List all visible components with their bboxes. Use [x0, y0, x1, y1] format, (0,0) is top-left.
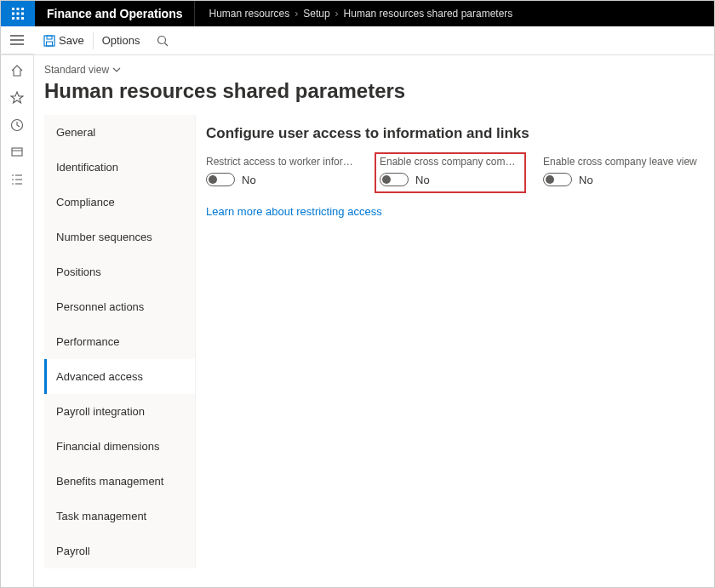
pane-heading: Configure user access to information and…	[206, 125, 698, 142]
field-cross-company-comp: Enable cross company compensa... No	[375, 152, 526, 193]
svg-rect-12	[44, 36, 54, 46]
svg-rect-7	[17, 17, 20, 20]
svg-rect-18	[12, 148, 22, 156]
svg-rect-8	[21, 17, 24, 20]
save-icon	[43, 35, 55, 47]
side-nav: General Identification Compliance Number…	[44, 115, 196, 568]
top-bar: Finance and Operations Human resources ›…	[1, 1, 714, 26]
save-label: Save	[59, 34, 84, 47]
options-label: Options	[102, 34, 140, 47]
field-label: Restrict access to worker informa...	[206, 156, 361, 168]
sidenav-item-benefits-management[interactable]: Benefits management	[44, 464, 195, 499]
learn-more-link[interactable]: Learn more about restricting access	[206, 205, 382, 218]
sidenav-item-advanced-access[interactable]: Advanced access	[44, 359, 195, 394]
breadcrumb-item[interactable]: Setup	[303, 8, 329, 20]
chevron-right-icon: ›	[335, 8, 339, 20]
breadcrumb-item[interactable]: Human resources	[209, 8, 289, 20]
field-label: Enable cross company leave view	[543, 156, 698, 168]
chevron-down-icon	[112, 67, 121, 73]
clock-icon[interactable]	[9, 117, 25, 133]
svg-rect-2	[21, 8, 24, 10]
svg-rect-4	[17, 13, 20, 15]
sidenav-item-general[interactable]: General	[44, 115, 195, 150]
toggle-value: No	[242, 174, 256, 186]
sidenav-item-task-management[interactable]: Task management	[44, 499, 195, 534]
chevron-right-icon: ›	[295, 8, 298, 20]
brand-label: Finance and Operations	[35, 1, 195, 26]
options-button[interactable]: Options	[94, 26, 149, 55]
svg-line-16	[165, 43, 169, 46]
save-button[interactable]: Save	[35, 26, 93, 55]
svg-rect-0	[12, 8, 14, 10]
sidenav-item-payroll[interactable]: Payroll	[44, 534, 195, 568]
workspace-icon[interactable]	[9, 145, 25, 160]
modules-icon[interactable]	[9, 172, 25, 187]
svg-rect-14	[47, 42, 53, 46]
toggle-value: No	[415, 174, 430, 186]
breadcrumb-item[interactable]: Human resources shared parameters	[344, 8, 513, 20]
app-launcher-icon[interactable]	[1, 1, 35, 26]
main-content: Standard view Human resources shared par…	[34, 54, 715, 588]
view-selector[interactable]: Standard view	[44, 64, 121, 76]
sidenav-item-positions[interactable]: Positions	[44, 254, 195, 289]
sidenav-item-number-sequences[interactable]: Number sequences	[44, 220, 195, 254]
action-bar: Save Options	[1, 26, 714, 55]
svg-rect-1	[17, 8, 20, 10]
settings-pane: Configure user access to information and…	[196, 115, 705, 568]
field-label: Enable cross company compensa...	[380, 156, 519, 168]
field-cross-company-leave: Enable cross company leave view No	[543, 156, 698, 190]
toggle-restrict-worker-info[interactable]	[206, 173, 235, 186]
page-title: Human resources shared parameters	[44, 79, 705, 103]
breadcrumb[interactable]: Human resources › Setup › Human resource…	[195, 8, 512, 20]
sidenav-item-compliance[interactable]: Compliance	[44, 185, 195, 220]
sidenav-item-performance[interactable]: Performance	[44, 324, 195, 359]
toggle-cross-company-comp[interactable]	[380, 173, 409, 186]
sidenav-item-financial-dimensions[interactable]: Financial dimensions	[44, 429, 195, 464]
svg-rect-5	[21, 13, 24, 15]
toggle-cross-company-leave[interactable]	[543, 173, 572, 186]
hamburger-toggle[interactable]	[0, 26, 34, 54]
sidenav-item-payroll-integration[interactable]: Payroll integration	[44, 394, 195, 429]
svg-point-15	[158, 36, 166, 43]
search-button[interactable]	[148, 26, 177, 55]
home-icon[interactable]	[9, 63, 25, 78]
sidenav-item-personnel-actions[interactable]: Personnel actions	[44, 289, 195, 324]
field-restrict-worker-info: Restrict access to worker informa... No	[206, 156, 361, 190]
star-icon[interactable]	[9, 90, 25, 106]
toggle-value: No	[579, 174, 593, 186]
sidenav-item-identification[interactable]: Identification	[44, 150, 195, 185]
search-icon	[157, 35, 169, 47]
svg-rect-3	[12, 13, 14, 15]
left-rail	[0, 54, 34, 588]
view-label: Standard view	[44, 64, 109, 76]
svg-rect-6	[12, 17, 14, 20]
